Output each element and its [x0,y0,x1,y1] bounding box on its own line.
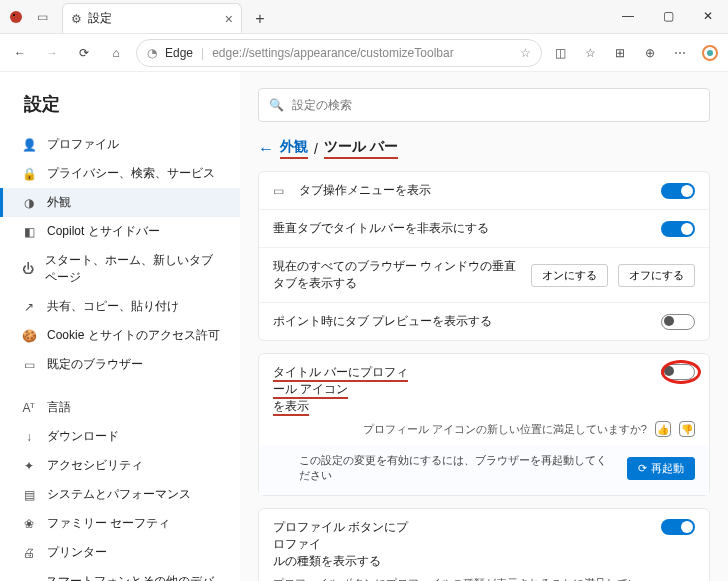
home-icon: ⏻ [21,262,35,276]
toggle-profile-icon[interactable] [661,364,695,380]
row-profile-icon: タイトル バーにプロフィール アイコン を表示 [259,354,709,417]
sidebar-item-family[interactable]: ❀ファミリー セーフティ [0,509,240,538]
minimize-button[interactable]: — [608,0,648,33]
sidebar-item-system[interactable]: ▤システムとパフォーマンス [0,480,240,509]
card-tab-settings: ▭ タブ操作メニューを表示 垂直タブでタイトルバーを非表示にする 現在のすべての… [258,171,710,341]
sidebar-item-copilot[interactable]: ◧Copilot とサイドバー [0,217,240,246]
settings-heading: 設定 [0,88,240,130]
thumb-down-icon[interactable]: 👎 [679,421,695,437]
address-scheme: Edge [165,46,193,60]
sidebar-item-printer[interactable]: 🖨プリンター [0,538,240,567]
sidebar-item-privacy[interactable]: 🔒プライバシー、検索、サービス [0,159,240,188]
sidebar-item-downloads[interactable]: ↓ダウンロード [0,422,240,451]
system-icon: ▤ [21,488,37,502]
split-screen-icon[interactable]: ◫ [550,43,570,63]
toggle-hover-preview[interactable] [661,314,695,330]
sidebar-item-accessibility[interactable]: ✦アクセシビリティ [0,451,240,480]
settings-sidebar: 設定 👤プロファイル 🔒プライバシー、検索、サービス ◑外観 ◧Copilot … [0,72,240,581]
cookie-icon: 🍪 [21,329,37,343]
edge-icon: ◔ [147,46,157,60]
copilot-icon[interactable] [700,43,720,63]
svg-point-1 [13,14,15,16]
search-icon: 🔍 [269,98,284,112]
favorites-icon[interactable]: ☆ [580,43,600,63]
sidebar-item-appearance[interactable]: ◑外観 [0,188,240,217]
sidebar-item-profile[interactable]: 👤プロファイル [0,130,240,159]
svg-point-0 [10,11,22,23]
sidebar-item-start[interactable]: ⏻スタート、ホーム、新しいタブ ページ [0,246,240,292]
breadcrumb-current: ツール バー [324,138,398,159]
sidebar-item-cookies[interactable]: 🍪Cookie とサイトのアクセス許可 [0,321,240,350]
family-icon: ❀ [21,517,37,531]
browser-icon: ▭ [21,358,37,372]
row-tab-menu: ▭ タブ操作メニューを表示 [259,172,709,210]
maximize-button[interactable]: ▢ [648,0,688,33]
row-vtab-hide: 垂直タブでタイトルバーを非表示にする [259,210,709,248]
tab-overview-icon[interactable]: ▭ [34,9,50,25]
sidebar-item-language[interactable]: Aᵀ言語 [0,393,240,422]
new-tab-button[interactable]: + [246,5,274,33]
sidebar-item-devices[interactable]: 📱スマートフォンとその他のデバイス [0,567,240,581]
gear-icon: ⚙ [71,12,82,26]
favorite-icon[interactable]: ☆ [520,46,531,60]
toggle-vtab-hide[interactable] [661,221,695,237]
forward-button[interactable]: → [40,41,64,65]
breadcrumb-back-icon[interactable]: ← [258,140,274,158]
browser-tab[interactable]: ⚙ 設定 × [62,3,242,33]
toggle-profile-button[interactable] [661,519,695,535]
card-profile-icon: タイトル バーにプロフィール アイコン を表示 プロフィール アイコンの新しい位… [258,353,710,496]
appearance-icon: ◑ [21,196,37,210]
lock-icon: 🔒 [21,167,37,181]
breadcrumb-parent[interactable]: 外観 [280,138,308,159]
vtab-on-button[interactable]: オンにする [531,264,608,287]
search-input[interactable] [292,98,699,112]
row-vtab-all: 現在のすべてのブラウザー ウィンドウの垂直タブを表示する オンにする オフにする [259,248,709,303]
more-icon[interactable]: ⋯ [670,43,690,63]
extensions-icon[interactable]: ⊞ [610,43,630,63]
app-icon [8,9,24,25]
title-bar: ▭ ⚙ 設定 × + — ▢ ✕ [0,0,728,34]
settings-content: 🔍 ← 外観 / ツール バー ▭ タブ操作メニューを表示 垂直タブでタイトルバ… [240,72,728,581]
row-label-l2: を表示 [273,399,309,416]
breadcrumb: ← 外観 / ツール バー [258,138,710,159]
close-tab-icon[interactable]: × [225,11,233,27]
row-label-l1: タイトル バーにプロフィール アイコン [273,365,408,399]
row-profile-button: プロファイル ボタンにプロファイ ルの種類を表示する [259,509,709,572]
download-icon: ↓ [21,430,37,444]
language-icon: Aᵀ [21,401,37,415]
printer-icon: 🖨 [21,546,37,560]
close-window-button[interactable]: ✕ [688,0,728,33]
share-icon: ↗ [21,300,37,314]
profile-icon: 👤 [21,138,37,152]
sidebar-icon: ◧ [21,225,37,239]
back-button[interactable]: ← [8,41,32,65]
restart-button[interactable]: ⟳再起動 [627,457,695,480]
collections-icon[interactable]: ⊕ [640,43,660,63]
address-bar[interactable]: ◔ Edge | edge://settings/appearance/cust… [136,39,542,67]
toolbar: ← → ⟳ ⌂ ◔ Edge | edge://settings/appeara… [0,34,728,72]
card-profile-button: プロファイル ボタンにプロファイ ルの種類を表示する プロファイル ボタンにプロ… [258,508,710,581]
profile-icon-feedback: プロフィール アイコンの新しい位置に満足していますか? 👍 👎 [259,417,709,445]
accessibility-icon: ✦ [21,459,37,473]
address-url: edge://settings/appearance/customizeTool… [212,46,453,60]
thumb-up-icon[interactable]: 👍 [655,421,671,437]
vtab-off-button[interactable]: オフにする [618,264,695,287]
tab-icon: ▭ [273,184,289,198]
row-hover-preview: ポイント時にタブ プレビューを表示する [259,303,709,340]
restart-row: この設定の変更を有効にするには、ブラウザーを再起動してください ⟳再起動 [259,445,709,495]
svg-point-3 [707,50,713,56]
sidebar-item-share[interactable]: ↗共有、コピー、貼り付け [0,292,240,321]
toggle-tab-menu[interactable] [661,183,695,199]
home-button[interactable]: ⌂ [104,41,128,65]
refresh-button[interactable]: ⟳ [72,41,96,65]
settings-search[interactable]: 🔍 [258,88,710,122]
profile-button-feedback: プロファイル ボタンにプロファイルの種類が表示されることに満足していますか? 👍… [259,572,709,581]
tab-title: 設定 [88,10,219,27]
sidebar-item-default[interactable]: ▭既定のブラウザー [0,350,240,379]
